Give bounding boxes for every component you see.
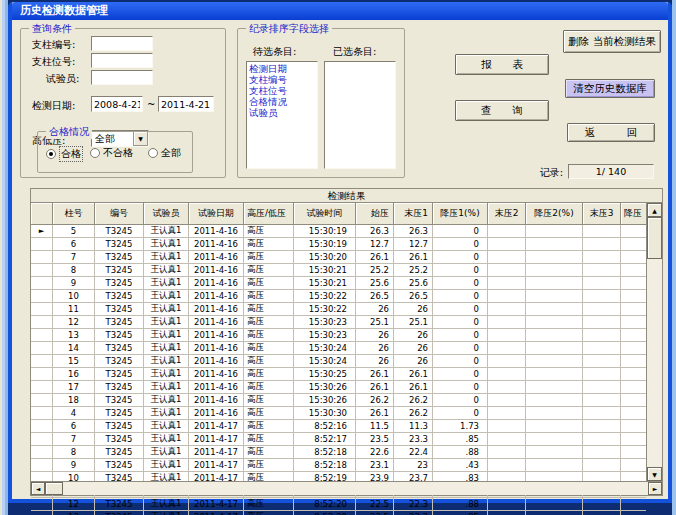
qualified-radio-option[interactable]: 全部 (148, 146, 181, 160)
column-header[interactable]: 末压2 (488, 203, 526, 225)
horizontal-scroll-track[interactable] (63, 482, 648, 495)
table-cell: 26 (394, 329, 433, 341)
table-row[interactable]: 7T3245王认真12011-4-17高压8:52:1723.523.3.85 (31, 433, 646, 446)
table-cell: 高压 (244, 433, 294, 445)
row-selector[interactable] (31, 511, 53, 515)
column-header[interactable]: 编号 (95, 203, 144, 225)
table-cell: 9 (53, 277, 95, 289)
row-selector[interactable] (31, 303, 53, 315)
row-selector[interactable] (31, 381, 53, 393)
horizontal-scroll-thumb[interactable] (45, 482, 63, 495)
row-selector[interactable] (31, 368, 53, 380)
radio-icon[interactable] (90, 148, 100, 158)
table-cell (621, 433, 646, 445)
scroll-left-icon[interactable]: ◄ (31, 482, 45, 495)
table-row[interactable]: 8T3245王认真12011-4-16高压15:30:2125.225.20 (31, 264, 646, 277)
pillar-pos-input[interactable] (91, 53, 153, 68)
table-row[interactable]: 7T3245王认真12011-4-16高压15:30:2026.126.10 (31, 251, 646, 264)
table-row[interactable]: 9T3245王认真12011-4-16高压15:30:2125.625.60 (31, 277, 646, 290)
row-selector[interactable] (31, 355, 53, 367)
table-row[interactable]: 14T3245王认真12011-4-16高压15:30:2426260 (31, 342, 646, 355)
row-selector[interactable] (31, 290, 53, 302)
table-row[interactable]: 12T3245王认真12011-4-17高压8:52:2022.522.3.88 (31, 498, 646, 511)
list-item[interactable]: 支柱位号 (249, 85, 315, 96)
table-row[interactable]: 10T3245王认真12011-4-16高压15:30:2226.526.50 (31, 290, 646, 303)
row-selector[interactable] (31, 251, 53, 263)
row-selector[interactable] (31, 277, 53, 289)
radio-icon[interactable] (46, 149, 56, 159)
table-row[interactable]: 13T3245王认真12011-4-16高压15:30:2326260 (31, 329, 646, 342)
row-selector[interactable] (31, 498, 53, 510)
table-cell (583, 355, 621, 367)
scroll-up-icon[interactable]: ▲ (647, 203, 662, 217)
vertical-scrollbar[interactable]: ▲ ▼ (646, 203, 662, 481)
report-button[interactable]: 报 表 (455, 54, 549, 75)
row-selector[interactable] (31, 433, 53, 445)
vertical-scroll-track[interactable] (647, 259, 662, 467)
scroll-down-icon[interactable]: ▼ (647, 467, 662, 481)
list-item[interactable]: 支柱编号 (249, 74, 315, 85)
query-button[interactable]: 查 询 (455, 100, 549, 121)
row-selector[interactable] (31, 342, 53, 354)
table-row[interactable]: 12T3245王认真12011-4-16高压15:30:2325.125.10 (31, 316, 646, 329)
row-selector[interactable] (31, 264, 53, 276)
row-selector[interactable] (31, 407, 53, 419)
row-selector[interactable] (31, 420, 53, 432)
tester-input[interactable] (91, 70, 153, 85)
desktop: { "window": { "title": "历史检测数据管理" }, "qu… (0, 0, 676, 515)
row-selector[interactable] (31, 238, 53, 250)
clear-history-db-button[interactable]: 清空历史数据库 (565, 79, 655, 98)
row-selector[interactable] (31, 459, 53, 471)
column-header[interactable]: 降压1(%) (433, 203, 488, 225)
delete-current-result-button[interactable]: 删除 当前检测结果 (563, 30, 661, 53)
selected-items-listbox[interactable] (324, 61, 396, 169)
table-row[interactable]: ►5T3245王认真12011-4-16高压15:30:1926.326.30 (31, 225, 646, 238)
horizontal-scrollbar[interactable]: ◄ ► (31, 481, 662, 495)
back-button[interactable]: 返 回 (567, 123, 655, 142)
table-row[interactable]: 15T3245王认真12011-4-16高压15:30:2426260 (31, 355, 646, 368)
list-item[interactable]: 合格情况 (249, 96, 315, 107)
qualified-radio-option[interactable]: 不合格 (90, 146, 133, 160)
vertical-scroll-thumb[interactable] (647, 217, 662, 259)
pillar-no-input[interactable] (91, 36, 153, 51)
table-row[interactable]: 16T3245王认真12011-4-16高压15:30:2526.126.10 (31, 368, 646, 381)
table-row[interactable]: 6T3245王认真12011-4-17高压8:52:1611.511.31.73 (31, 420, 646, 433)
table-row[interactable]: 13T3245王认真12011-4-17高压8:52:2023.523.3.85 (31, 511, 646, 515)
table-row[interactable]: 4T3245王认真12011-4-16高压15:30:3026.126.20 (31, 407, 646, 420)
column-header[interactable]: 降压2(%) (526, 203, 583, 225)
column-header[interactable]: 始压 (356, 203, 394, 225)
table-row[interactable]: 9T3245王认真12011-4-17高压8:52:1823.123.43 (31, 459, 646, 472)
list-item[interactable]: 试验员 (249, 107, 315, 118)
table-cell: 2011-4-16 (189, 316, 244, 328)
table-cell: 15:30:19 (294, 238, 356, 250)
column-header[interactable]: 降压 (621, 203, 646, 225)
column-header[interactable]: 末压1 (394, 203, 433, 225)
qualified-radio-option[interactable]: 合格 (46, 146, 83, 162)
column-header[interactable]: 高压/低压 (244, 203, 294, 225)
list-item[interactable]: 检测日期 (249, 63, 315, 74)
row-selector[interactable] (31, 394, 53, 406)
table-row[interactable]: 17T3245王认真12011-4-16高压15:30:2626.126.10 (31, 381, 646, 394)
date-to-input[interactable] (158, 96, 214, 112)
column-header[interactable]: 末压3 (583, 203, 621, 225)
row-selector[interactable] (31, 446, 53, 458)
row-selector[interactable] (31, 316, 53, 328)
column-header[interactable]: 试验时间 (294, 203, 356, 225)
window-titlebar[interactable]: 历史检测数据管理 (12, 2, 668, 20)
table-row[interactable]: 6T3245王认真12011-4-16高压15:30:1912.712.70 (31, 238, 646, 251)
table-row[interactable]: 18T3245王认真12011-4-16高压15:30:2626.226.20 (31, 394, 646, 407)
column-header[interactable]: 柱号 (53, 203, 95, 225)
table-row[interactable]: 11T3245王认真12011-4-16高压15:30:2226260 (31, 303, 646, 316)
table-row[interactable]: 8T3245王认真12011-4-17高压8:52:1822.622.4.88 (31, 446, 646, 459)
row-selector[interactable] (31, 329, 53, 341)
current-row-marker-icon[interactable]: ► (31, 225, 53, 237)
column-header[interactable]: 试验员 (144, 203, 189, 225)
column-header[interactable]: 试验日期 (189, 203, 244, 225)
table-cell: 23.3 (394, 433, 433, 445)
available-items-listbox[interactable]: 检测日期支柱编号支柱位号合格情况试验员 (246, 61, 318, 169)
radio-icon[interactable] (148, 148, 158, 158)
scroll-right-icon[interactable]: ► (648, 482, 662, 495)
table-cell (621, 511, 646, 515)
date-from-input[interactable] (91, 96, 143, 112)
table-cell: 2011-4-16 (189, 407, 244, 419)
